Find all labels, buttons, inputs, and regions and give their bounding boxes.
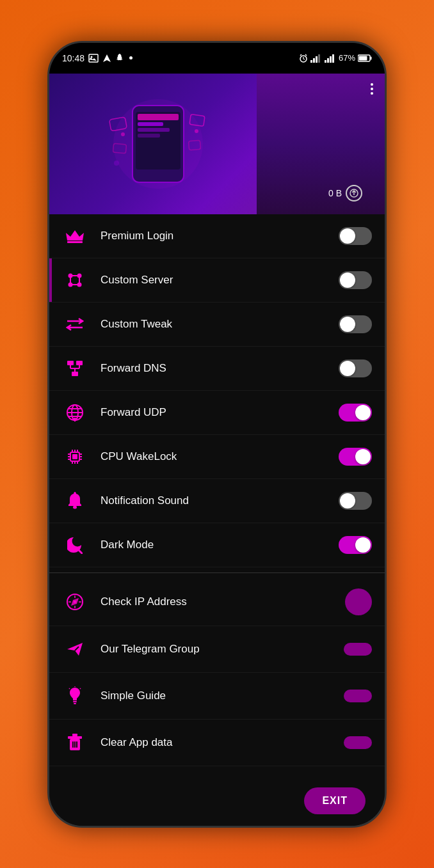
svg-rect-17 xyxy=(136,112,181,170)
moon-icon xyxy=(67,536,83,554)
cpu-wakelock-toggle[interactable] xyxy=(339,448,372,466)
settings-item-custom-server[interactable]: Custom Server xyxy=(49,258,385,303)
action-item-telegram[interactable]: Our Telegram Group xyxy=(49,626,385,673)
status-right: 67% xyxy=(299,53,372,63)
compass-icon xyxy=(66,593,84,611)
svg-rect-5 xyxy=(313,58,315,63)
check-ip-button[interactable] xyxy=(345,588,372,615)
action-item-check-ip[interactable]: Check IP Address xyxy=(49,578,385,626)
forward-dns-toggle[interactable] xyxy=(339,359,372,377)
trash-icon-wrap xyxy=(62,730,88,755)
more-menu-button[interactable] xyxy=(371,83,373,95)
guide-button[interactable] xyxy=(344,690,372,702)
custom-tweak-toggle[interactable] xyxy=(339,315,372,333)
battery-text: 67% xyxy=(339,53,355,63)
custom-server-toggle[interactable] xyxy=(339,271,372,289)
globe-icon xyxy=(66,404,84,422)
svg-marker-69 xyxy=(67,643,83,656)
left-accent xyxy=(49,258,52,302)
network-icon-wrap xyxy=(62,356,88,381)
settings-item-premium-login[interactable]: Premium Login xyxy=(49,214,385,258)
svg-rect-30 xyxy=(67,241,83,243)
settings-item-forward-dns[interactable]: Forward DNS xyxy=(49,347,385,391)
arrows-icon xyxy=(66,317,84,331)
settings-item-notification-sound[interactable]: Notification Sound xyxy=(49,479,385,523)
custom-tweak-label: Custom Tweak xyxy=(100,318,339,331)
svg-rect-14 xyxy=(371,56,372,59)
status-left: 10:48 xyxy=(62,53,133,63)
svg-point-27 xyxy=(195,129,198,133)
svg-line-74 xyxy=(69,688,70,689)
alarm-icon xyxy=(299,54,308,63)
bulb-icon-wrap xyxy=(62,683,88,709)
settings-item-cpu-wakelock[interactable]: CPU WakeLock xyxy=(49,435,385,479)
bell-icon-wrap xyxy=(62,488,88,514)
svg-line-65 xyxy=(79,550,82,553)
forward-udp-toggle[interactable] xyxy=(339,404,372,422)
battery-icon xyxy=(358,54,372,62)
svg-point-28 xyxy=(114,161,119,166)
grid-icon-wrap xyxy=(62,267,88,293)
header-illustration xyxy=(68,86,248,201)
svg-rect-10 xyxy=(330,56,332,63)
data-counter: 0 B xyxy=(328,185,362,201)
premium-login-toggle[interactable] xyxy=(339,227,372,245)
svg-rect-40 xyxy=(76,361,83,365)
settings-item-forward-udp[interactable]: Forward UDP xyxy=(49,391,385,435)
svg-rect-9 xyxy=(327,58,329,63)
svg-rect-21 xyxy=(138,134,160,138)
content-area[interactable]: Premium Login Custom Server xyxy=(49,214,385,828)
clear-data-button[interactable] xyxy=(344,736,372,749)
svg-rect-77 xyxy=(68,736,82,739)
svg-rect-72 xyxy=(74,703,76,704)
telegram-label: Our Telegram Group xyxy=(100,643,344,656)
data-amount: 0 B xyxy=(328,188,342,198)
forward-dns-thumb xyxy=(340,361,355,376)
svg-rect-39 xyxy=(67,361,74,365)
svg-rect-6 xyxy=(316,56,317,63)
action-item-clear-data[interactable]: Clear App data xyxy=(49,720,385,766)
notification-sound-toggle[interactable] xyxy=(339,492,372,510)
cpu-wakelock-thumb xyxy=(355,449,371,464)
header-banner: 0 B xyxy=(49,74,385,214)
send-icon xyxy=(67,642,83,657)
globe-icon-wrap xyxy=(62,400,88,425)
settings-item-custom-tweak[interactable]: Custom Tweak xyxy=(49,303,385,347)
arrows-icon-wrap xyxy=(62,312,88,337)
status-bar: 10:48 xyxy=(49,43,385,74)
section-divider xyxy=(49,572,385,573)
svg-rect-41 xyxy=(72,372,78,376)
settings-item-dark-mode[interactable]: Dark Mode xyxy=(49,523,385,567)
svg-rect-18 xyxy=(138,114,179,120)
app-illustration xyxy=(94,93,222,195)
notification-sound-label: Notification Sound xyxy=(100,494,339,507)
exit-button[interactable]: EXIT xyxy=(304,787,366,814)
premium-login-thumb xyxy=(340,228,355,244)
upload-icon xyxy=(350,189,358,198)
svg-rect-4 xyxy=(310,60,312,63)
clear-data-label: Clear App data xyxy=(100,736,344,749)
telegram-button[interactable] xyxy=(344,643,372,656)
trash-icon xyxy=(67,734,83,752)
forward-udp-thumb xyxy=(355,405,371,420)
snapchat-icon xyxy=(115,53,125,63)
svg-rect-79 xyxy=(72,741,74,748)
dark-mode-toggle[interactable] xyxy=(339,536,372,554)
network-icon xyxy=(66,359,84,377)
crown-icon xyxy=(66,229,84,243)
signal-icon xyxy=(310,54,322,63)
dot-indicator xyxy=(129,56,133,59)
svg-point-26 xyxy=(121,132,125,136)
bulb-icon xyxy=(67,686,83,706)
svg-point-64 xyxy=(73,505,77,509)
check-ip-label: Check IP Address xyxy=(100,596,345,608)
forward-dns-label: Forward DNS xyxy=(100,362,339,375)
dot1 xyxy=(371,83,373,86)
dot2 xyxy=(371,88,373,90)
action-item-guide[interactable]: Simple Guide xyxy=(49,673,385,720)
dark-mode-label: Dark Mode xyxy=(100,539,339,551)
svg-rect-71 xyxy=(73,701,77,702)
cpu-icon-wrap xyxy=(62,444,88,470)
forward-udp-label: Forward UDP xyxy=(100,406,339,419)
guide-label: Simple Guide xyxy=(100,690,344,702)
